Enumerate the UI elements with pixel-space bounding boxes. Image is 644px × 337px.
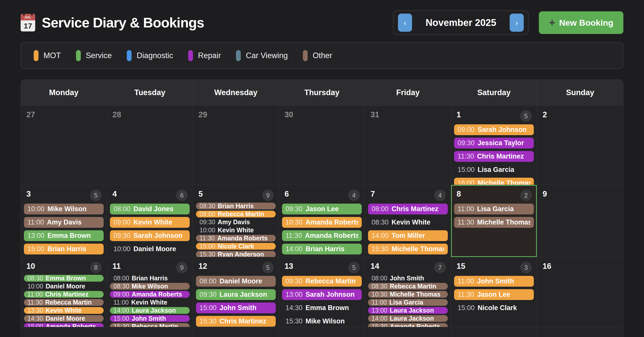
booking-event[interactable]: 15:00John Smith [196, 303, 276, 313]
booking-event[interactable]: 11:00Lisa Garcia [368, 299, 448, 306]
day-cell[interactable] [279, 327, 365, 337]
booking-event[interactable]: 09:30Jason Lee [282, 204, 362, 214]
day-cell[interactable]: 11908:00Brian Harris08:30Mike Wilson09:0… [107, 257, 193, 327]
booking-event[interactable]: 11:00Lisa Garcia [454, 204, 534, 214]
booking-event[interactable]: 11:30Michelle Thomas [454, 217, 534, 228]
booking-event[interactable]: 14:00Tom Miller [368, 230, 448, 241]
booking-event[interactable]: 15:30Mike Wilson [282, 316, 362, 327]
booking-event[interactable]: 09:30Rebecca Martin [282, 276, 362, 287]
day-cell[interactable]: 27 [21, 105, 107, 185]
day-cell[interactable]: 16 [537, 257, 623, 327]
booking-event[interactable]: 08:30Emma Brown [24, 275, 104, 282]
booking-event[interactable]: 08:30Kevin White [368, 217, 448, 228]
day-cell[interactable] [537, 327, 623, 337]
event-time: 11:30 [27, 299, 43, 306]
booking-event[interactable]: 10:30Michelle Thomas [368, 291, 448, 298]
booking-event[interactable]: 16:00Michelle Thomas [454, 178, 534, 185]
booking-event[interactable]: 09:30Laura Jackson [196, 289, 276, 300]
day-cell[interactable] [451, 327, 537, 337]
day-cell[interactable]: 3510:00Mike Wilson11:00Amy Davis13:00Emm… [21, 185, 107, 257]
day-cell[interactable] [21, 327, 107, 337]
booking-event[interactable]: 10:00Kevin White [196, 227, 276, 234]
booking-event[interactable]: 08:00Daniel Moore [196, 276, 276, 287]
day-cell[interactable]: 29 [193, 105, 279, 185]
booking-event[interactable]: 15:30Chris Martinez [196, 316, 276, 327]
booking-event[interactable]: 09:00Amanda Roberts [110, 291, 190, 298]
booking-event[interactable]: 13:00Sarah Johnson [282, 289, 362, 300]
booking-event[interactable]: 15:00Nicole Clark [454, 303, 534, 313]
booking-event[interactable]: 15:30Rebecca Martin [110, 323, 190, 327]
booking-event[interactable]: 15:00John Smith [110, 315, 190, 322]
booking-event[interactable]: 09:30Jessica Taylor [454, 138, 534, 148]
booking-event[interactable]: 11:30Amanda Roberts [282, 230, 362, 241]
booking-event[interactable]: 15:00Brian Harris [24, 244, 104, 254]
booking-event[interactable]: 14:00Laura Jackson [110, 307, 190, 314]
booking-event[interactable]: 10:30Amanda Roberts [282, 217, 362, 228]
day-cell[interactable]: 28 [107, 105, 193, 185]
booking-event[interactable]: 08:00David Jones [110, 204, 190, 214]
day-cell[interactable]: 13509:30Rebecca Martin13:00Sarah Johnson… [279, 257, 365, 327]
booking-event[interactable]: 13:30Kevin White [24, 307, 104, 314]
day-cell[interactable] [193, 327, 279, 337]
day-cell[interactable]: 31 [365, 105, 451, 185]
booking-event[interactable]: 14:30Daniel Moore [24, 315, 104, 322]
booking-event[interactable]: 08:30Mike Wilson [110, 283, 190, 290]
booking-event[interactable]: 15:00Nicole Clark [196, 243, 276, 250]
booking-event[interactable]: 11:00John Smith [454, 276, 534, 287]
next-month-button[interactable]: › [510, 14, 524, 32]
booking-event[interactable]: 09:00Kevin White [110, 217, 190, 228]
booking-event[interactable]: 14:00Brian Harris [282, 244, 362, 254]
booking-event[interactable]: 09:00Rebecca Martin [196, 211, 276, 217]
booking-event[interactable]: 10:00Mike Wilson [24, 204, 104, 214]
booking-event[interactable]: 13:00Laura Jackson [368, 307, 448, 314]
event-customer-name: Nicole Clark [218, 243, 254, 250]
day-cell[interactable]: 8211:00Lisa Garcia11:30Michelle Thomas [451, 185, 537, 257]
day-cell[interactable]: 10808:30Emma Brown10:00Daniel Moore11:00… [21, 257, 107, 327]
booking-event[interactable]: 11:00Kevin White [110, 299, 190, 306]
booking-event[interactable]: 09:30Sarah Johnson [110, 230, 190, 241]
event-time: 14:30 [286, 304, 303, 312]
day-cell[interactable]: 15311:00John Smith11:30Jason Lee15:00Nic… [451, 257, 537, 327]
day-cell[interactable]: 6409:30Jason Lee10:30Amanda Roberts11:30… [279, 185, 365, 257]
booking-event[interactable]: 13:00Emma Brown [24, 230, 104, 241]
booking-event[interactable]: 11:30Chris Martinez [454, 151, 534, 162]
event-customer-name: Brian Harris [132, 275, 168, 282]
booking-event[interactable]: 10:00Daniel Moore [24, 283, 104, 290]
prev-month-button[interactable]: ‹ [398, 14, 412, 32]
day-cell[interactable]: 4608:00David Jones09:00Kevin White09:30S… [107, 185, 193, 257]
booking-event[interactable]: 08:30Rebecca Martin [368, 283, 448, 290]
booking-event[interactable]: 08:30Brian Harris [196, 203, 276, 209]
booking-event[interactable]: 09:00Sarah Johnson [454, 124, 534, 135]
day-cell[interactable]: 14708:00John Smith08:30Rebecca Martin10:… [365, 257, 451, 327]
booking-event[interactable]: 08:00John Smith [368, 275, 448, 282]
booking-event[interactable]: 11:00Chris Martinez [24, 291, 104, 298]
day-cell[interactable]: 1509:00Sarah Johnson09:30Jessica Taylor1… [451, 105, 537, 185]
booking-event[interactable]: 08:00Brian Harris [110, 275, 190, 282]
day-cell[interactable]: 9 [537, 185, 623, 257]
day-cell[interactable]: 30 [279, 105, 365, 185]
booking-event[interactable]: 10:00Daniel Moore [110, 244, 190, 254]
booking-event[interactable]: 11:30Rebecca Martin [24, 299, 104, 306]
booking-event[interactable]: 15:30Ryan Anderson [196, 251, 276, 257]
day-cell[interactable]: 12508:00Daniel Moore09:30Laura Jackson15… [193, 257, 279, 327]
booking-event[interactable]: 15:30Michelle Thomas [368, 244, 448, 254]
day-cell[interactable] [107, 327, 193, 337]
booking-event[interactable]: 15:00Lisa Garcia [454, 164, 534, 175]
booking-event[interactable]: 08:00Chris Martinez [368, 204, 448, 214]
new-booking-button[interactable]: + New Booking [539, 11, 623, 34]
event-list: 11:00Lisa Garcia11:30Michelle Thomas [454, 204, 534, 228]
event-time: 09:30 [199, 291, 217, 298]
day-cell[interactable]: 7408:00Chris Martinez08:30Kevin White14:… [365, 185, 451, 257]
booking-event[interactable]: 11:00Amy Davis [24, 217, 104, 228]
day-cell[interactable]: 2 [537, 105, 623, 185]
booking-event[interactable]: 11:30Amanda Roberts [196, 235, 276, 242]
booking-event[interactable]: 09:30Amy Davis [196, 219, 276, 226]
booking-event[interactable]: 14:00Laura Jackson [368, 315, 448, 322]
event-time: 14:00 [372, 315, 387, 322]
booking-event[interactable]: 11:30Jason Lee [454, 289, 534, 300]
booking-event[interactable]: 14:30Emma Brown [282, 303, 362, 313]
day-cell[interactable]: 5908:30Brian Harris09:00Rebecca Martin09… [193, 185, 279, 257]
day-cell[interactable] [365, 327, 451, 337]
booking-event[interactable]: 15:30Amanda Roberts [368, 323, 448, 327]
booking-event[interactable]: 15:00Amanda Roberts [24, 323, 104, 327]
